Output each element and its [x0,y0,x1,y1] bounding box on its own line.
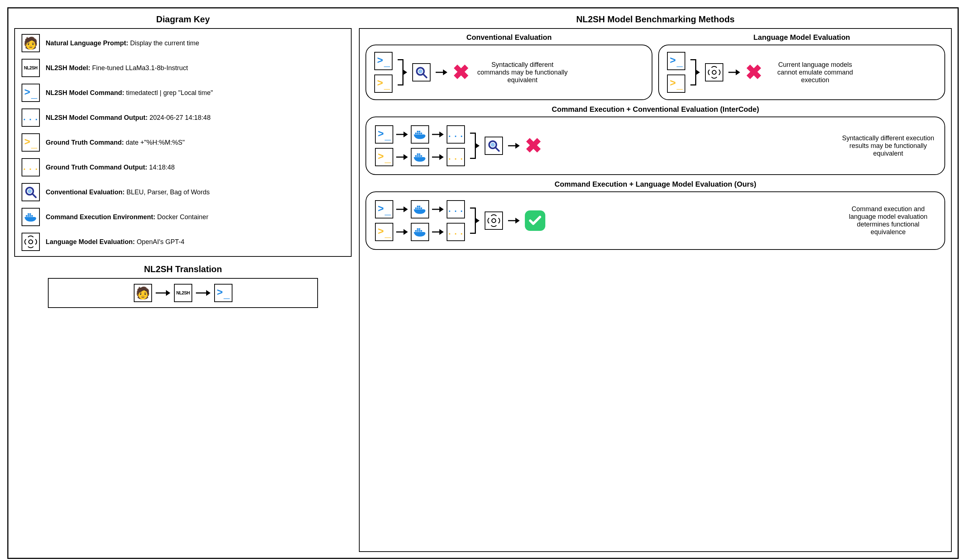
exec-lm-box: >_ ... >_ ... [365,192,945,250]
docker-icon [21,208,40,226]
x-fail-icon: ✖ [745,62,762,83]
nl2sh-badge-icon: NL2SH [21,59,40,77]
svg-rect-16 [419,133,420,134]
merge-bracket [690,52,700,93]
arrow-icon [432,131,444,138]
prompt-yellow-icon: >_ [375,148,393,166]
merge-bracket [470,200,480,241]
svg-point-41 [492,219,496,223]
svg-rect-5 [30,215,31,217]
svg-rect-8 [30,213,31,215]
svg-rect-38 [421,230,422,232]
person-icon: 🧑 [134,284,152,302]
svg-rect-15 [417,133,419,134]
dots-yellow-icon: ... [447,148,465,166]
dots-yellow-icon: ... [21,158,40,177]
arrow-icon [436,69,447,76]
translation-section: NL2SH Translation 🧑 NL2SH >_ [48,264,318,308]
exec-conventional-title: Command Execution + Conventional Evaluat… [365,105,945,114]
exec-pair: >_ ... >_ ... [375,200,465,241]
svg-rect-3 [26,215,28,217]
right-column: NL2SH Model Benchmarking Methods Convent… [359,14,952,552]
diagram-key-section: Diagram Key 🧑 Natural Language Prompt: D… [14,14,352,257]
prompt-blue-icon: >_ [375,125,393,144]
key-row-gt-command: >_ Ground Truth Command: date +"%H:%M:%S… [21,133,344,152]
key-text: Command Execution Environment: Docker Co… [46,213,208,221]
svg-rect-24 [417,154,419,155]
flow-yellow: >_ ... [375,223,465,241]
merge-bracket [470,125,480,166]
diagram-key-box: 🧑 Natural Language Prompt: Display the c… [14,28,352,257]
svg-line-11 [423,74,427,77]
arrow-icon [508,217,520,224]
exec-conventional-block: Command Execution + Conventional Evaluat… [365,105,945,175]
conventional-eval-block: Conventional Evaluation >_ >_ ✖ Syntacti… [365,33,652,100]
svg-point-9 [29,240,33,244]
svg-point-13 [712,70,716,75]
magnifier-icon [485,137,503,155]
svg-rect-33 [417,206,419,207]
prompt-blue-icon: >_ [21,84,40,102]
svg-rect-35 [415,230,417,232]
merge-bracket [398,52,407,93]
svg-rect-17 [421,133,422,134]
arrow-icon [728,69,740,76]
dots-yellow-icon: ... [447,223,465,241]
dots-blue-icon: ... [447,200,465,218]
person-icon: 🧑 [21,34,40,52]
arrow-icon [396,154,408,161]
conventional-box: >_ >_ ✖ Syntactically different commands… [365,44,652,100]
exec-lm-block: Command Execution + Language Model Evalu… [365,180,945,250]
svg-rect-32 [421,208,422,209]
exec-pair: >_ ... >_ ... [375,125,465,166]
svg-rect-7 [28,213,29,215]
flow-yellow: >_ ... [375,148,465,166]
prompt-blue-icon: >_ [214,284,232,302]
svg-line-1 [32,193,36,197]
key-text: Natural Language Prompt: Display the cur… [46,39,199,47]
lm-box: >_ >_ ✖ Current language models cannot e… [658,44,945,100]
prompt-yellow-icon: >_ [21,133,40,152]
conventional-title: Conventional Evaluation [365,33,652,42]
arrow-icon [432,154,444,161]
prompt-yellow-icon: >_ [667,75,685,93]
methods-title: NL2SH Model Benchmarking Methods [359,14,952,25]
translation-title: NL2SH Translation [48,264,318,274]
dots-blue-icon: ... [21,108,40,127]
key-row-conventional: Conventional Evaluation: BLEU, Parser, B… [21,183,344,201]
key-row-model-output: ... NL2SH Model Command Output: 2024-06-… [21,108,344,127]
svg-rect-25 [419,154,420,155]
key-row-prompt: 🧑 Natural Language Prompt: Display the c… [21,34,344,52]
svg-rect-14 [415,133,417,134]
svg-rect-20 [415,155,417,157]
svg-point-28 [491,143,495,147]
arrow-icon [396,206,408,213]
translation-box: 🧑 NL2SH >_ [48,278,318,308]
input-pair: >_ >_ [667,52,685,93]
methods-box: Conventional Evaluation >_ >_ ✖ Syntacti… [359,28,952,552]
svg-line-27 [496,147,499,151]
exec-conventional-result: Syntactically different execution result… [841,134,936,157]
prompt-blue-icon: >_ [375,200,393,218]
check-success-icon [525,210,545,231]
top-methods-row: Conventional Evaluation >_ >_ ✖ Syntacti… [365,33,945,100]
svg-rect-6 [31,215,33,217]
svg-rect-18 [417,131,419,132]
svg-rect-34 [419,206,420,207]
key-row-gpt: Language Model Evaluation: OpenAI's GPT-… [21,233,344,251]
arrow-icon [396,131,408,138]
input-pair: >_ >_ [374,52,393,93]
gpt-icon [21,233,40,251]
key-text: Conventional Evaluation: BLEU, Parser, B… [46,188,210,196]
docker-icon [411,200,429,218]
exec-conventional-box: >_ ... >_ ... [365,116,945,175]
svg-point-2 [28,189,32,193]
key-text: Ground Truth Command: date +"%H:%M:%S" [46,139,184,146]
translation-flow: 🧑 NL2SH >_ [55,284,310,302]
conventional-result: Syntactically different commands may be … [475,61,570,84]
arrow-icon [508,142,520,149]
key-row-model: NL2SH NL2SH Model: Fine-tuned LLaMa3.1-8… [21,59,344,77]
key-row-docker: Command Execution Environment: Docker Co… [21,208,344,226]
key-row-model-command: >_ NL2SH Model Command: timedatectl | gr… [21,84,344,102]
docker-icon [411,223,429,241]
